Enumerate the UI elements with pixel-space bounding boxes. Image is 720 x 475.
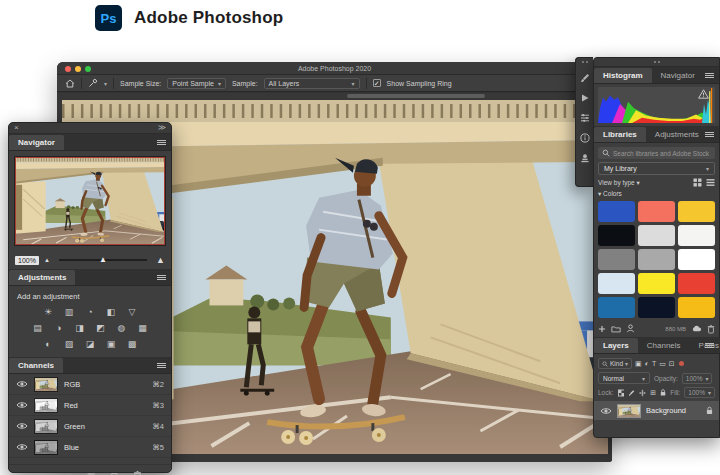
filter-shape-layers-icon[interactable]: ▭ [659,360,666,368]
levels-icon[interactable]: ▥ [63,307,76,317]
fill-dropdown[interactable]: 100% ▾ [684,387,715,398]
navigator-preview[interactable] [14,156,166,246]
new-group-folder-icon[interactable] [611,325,621,333]
actions-panel-icon[interactable] [580,93,590,103]
filter-adjustment-layers-icon[interactable]: ◐ [645,360,649,368]
close-window-button[interactable] [65,66,71,72]
color-swatch[interactable] [638,273,675,294]
drag-handle-icon[interactable] [582,61,588,63]
load-selection-icon[interactable]: ◌ [66,471,71,475]
lock-position-icon[interactable] [639,389,646,397]
layer-row-background[interactable]: Background [594,401,719,420]
delete-icon[interactable] [707,324,715,334]
add-element-icon[interactable] [598,325,606,333]
color-balance-icon[interactable]: ◑ [52,323,65,333]
filter-pixel-layers-icon[interactable]: ▣ [635,360,642,368]
eye-icon[interactable] [16,422,28,430]
color-swatch[interactable] [598,273,635,294]
gradient-map-icon[interactable]: ▩ [126,339,139,349]
save-selection-icon[interactable]: ▣ [87,471,96,475]
panel-menu-icon[interactable] [157,362,166,369]
panel-menu-icon[interactable] [157,274,166,281]
tab-layers[interactable]: Layers [594,338,638,353]
panel-menu-icon[interactable] [705,131,714,138]
delete-channel-icon[interactable] [133,470,142,475]
maximize-window-button[interactable] [85,66,91,72]
tab-navigator[interactable]: Navigator [652,68,704,83]
curves-icon[interactable]: ◔ [84,307,97,317]
cached-data-warning-icon[interactable] [698,89,709,99]
channel-row-red[interactable]: Red ⌘3 [9,395,171,416]
channel-row-rgb[interactable]: RGB ⌘2 [9,374,171,395]
brightness-contrast-icon[interactable]: ☀ [42,307,55,317]
library-select[interactable]: My Library ▾ [598,162,715,175]
color-swatch[interactable] [678,225,715,246]
panel-menu-icon[interactable] [705,342,714,349]
horizontal-scrollbar[interactable] [347,94,485,98]
channel-row-green[interactable]: Green ⌘4 [9,416,171,437]
collapse-to-icons-icon[interactable]: ≫ [158,124,166,132]
opacity-dropdown[interactable]: 100% ▾ [682,373,713,384]
tab-libraries[interactable]: Libraries [594,127,646,142]
color-swatch[interactable] [638,297,675,318]
sample-layers-dropdown[interactable]: All Layers ▾ [264,78,360,89]
invert-icon[interactable]: ◐ [42,339,55,349]
tool-preset-carat-icon[interactable]: ▾ [104,80,107,87]
collaborate-icon[interactable] [626,324,635,333]
navigator-zoom-input[interactable]: 100% [15,256,39,265]
color-swatch[interactable] [678,273,715,294]
swatches-panel-icon[interactable] [580,73,590,83]
posterize-icon[interactable]: ▨ [63,339,76,349]
color-swatch[interactable] [678,249,715,270]
navigator-view-frame[interactable] [15,157,165,245]
zoom-in-icon[interactable]: ▲ [156,255,165,265]
color-swatch[interactable] [598,201,635,222]
color-swatch[interactable] [598,225,635,246]
properties-panel-icon[interactable] [580,113,590,123]
filter-toggle-icon[interactable] [679,361,684,366]
home-icon[interactable] [65,79,75,88]
hue-saturation-icon[interactable]: ▤ [31,323,44,333]
lock-artboard-icon[interactable]: ⊞ [650,389,656,397]
blend-mode-dropdown[interactable]: Normal ▾ [598,372,650,384]
color-swatch[interactable] [678,297,715,318]
selective-color-icon[interactable]: ▣ [105,339,118,349]
black-white-icon[interactable]: ◨ [73,323,86,333]
eyedropper-icon[interactable] [88,78,98,88]
color-swatch[interactable] [638,249,675,270]
show-sampling-ring-checkbox[interactable]: ✓ [373,79,381,87]
channel-mixer-icon[interactable]: ◍ [115,323,128,333]
color-swatch[interactable] [678,201,715,222]
panel-group-header[interactable] [594,58,719,67]
lock-pixels-icon[interactable] [628,389,635,397]
sample-size-dropdown[interactable]: Point Sample ▾ [167,78,226,89]
filter-smart-objects-icon[interactable]: ⊡ [669,360,675,368]
close-icon[interactable]: × [14,124,19,132]
sync-cloud-icon[interactable] [691,325,702,332]
panel-menu-icon[interactable] [157,139,166,146]
filter-kind-dropdown[interactable]: Kind ▾ [598,358,632,369]
tab-histogram[interactable]: Histogram [594,68,652,83]
panel-group-header[interactable]: × ≫ [9,123,171,134]
exposure-icon[interactable]: ◧ [105,307,118,317]
zoom-out-icon[interactable]: ▲ [44,257,50,263]
filter-type-layers-icon[interactable]: T [652,360,656,368]
clone-source-panel-icon[interactable] [580,153,590,163]
lock-all-icon[interactable] [660,388,666,397]
minimize-window-button[interactable] [75,66,81,72]
vibrance-icon[interactable]: ▽ [126,307,139,317]
color-swatch[interactable] [598,297,635,318]
info-panel-icon[interactable] [580,133,590,143]
window-titlebar[interactable]: Adobe Photoshop 2020 [57,62,612,75]
library-search-box[interactable] [598,147,715,159]
view-by-type-dropdown[interactable]: View by type ▾ [598,179,640,187]
zoom-slider-thumb[interactable]: ▲ [99,255,107,264]
eye-icon[interactable] [16,443,28,451]
new-channel-icon[interactable]: ⊡ [110,471,118,475]
zoom-slider[interactable]: ▲ [59,259,147,261]
tab-navigator[interactable]: Navigator [9,135,64,150]
panel-menu-icon[interactable] [705,72,714,79]
tab-channels[interactable]: Channels [9,358,63,373]
colors-section-header[interactable]: ▾ Colors [598,190,715,198]
tab-adjustments[interactable]: Adjustments [646,127,708,142]
